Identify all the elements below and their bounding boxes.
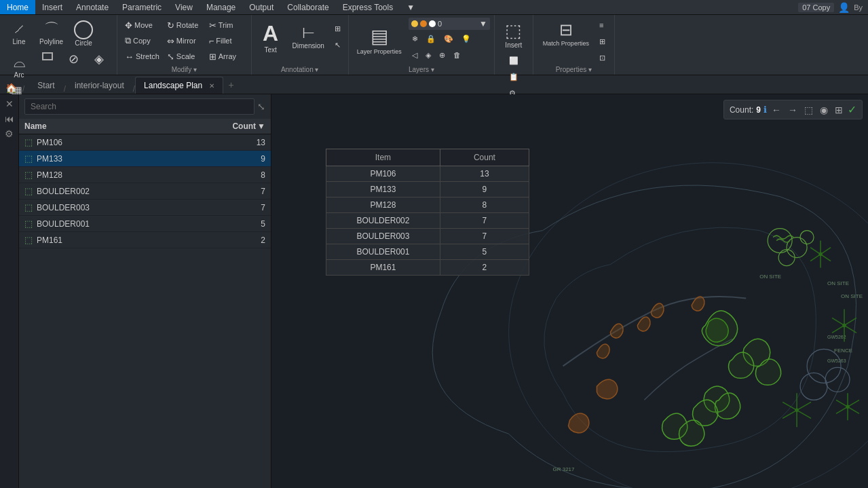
menu-manage[interactable]: Manage (200, 0, 242, 14)
canvas-area[interactable]: ON SITE ON SITE ON SITE FENCE GW5262 GW5… (271, 94, 868, 488)
sidebar-settings-icon[interactable]: ⚙ (5, 128, 14, 139)
tab-close-landscape[interactable]: ✕ (209, 82, 214, 90)
rectangle-icon (42, 52, 53, 60)
list-item[interactable]: ⬚ PM106 13 (19, 134, 271, 151)
menu-home[interactable]: Home (0, 0, 35, 14)
ribbon-btn-mirror[interactable]: ⇔ Mirror (164, 33, 205, 48)
ribbon-btn-rectangle[interactable] (35, 51, 60, 62)
ribbon-btn-polyline[interactable]: ⌒ Polyline (35, 18, 67, 48)
scale-icon: ⤡ (167, 52, 174, 62)
ribbon-btn-circle[interactable]: Circle (69, 18, 98, 50)
list-item-name: PM106 (37, 138, 225, 147)
svg-point-40 (846, 405, 849, 408)
menu-insert[interactable]: Insert (35, 0, 69, 14)
table-cell-count: 8 (440, 198, 529, 213)
ribbon-btn-array[interactable]: ⊞ Array (206, 49, 247, 64)
menu-express-tools[interactable]: Express Tools (336, 0, 400, 14)
ribbon-btn-match-properties[interactable]: ⊟ Match Properties (539, 18, 593, 50)
table-cell-item: BOULDER001 (326, 244, 440, 260)
count-prev-btn[interactable]: ← (770, 104, 783, 116)
ribbon-btn-define-attr[interactable]: 📋 (506, 69, 522, 84)
ribbon-btn-stretch[interactable]: ↔ Stretch (121, 49, 163, 64)
command-box[interactable]: 07 Copy (798, 3, 834, 12)
list-item[interactable]: ⬚ BOULDER003 7 (19, 200, 271, 216)
list-header-count[interactable]: Count ▼ (225, 121, 265, 131)
lightbulb-icon: 💡 (461, 35, 471, 43)
ribbon-btn-layer-off[interactable]: 💡 (458, 31, 474, 46)
ribbon-btn-insert[interactable]: ⬚ Insert (499, 18, 529, 52)
sidebar-close-icon[interactable]: ✕ (5, 98, 14, 109)
rotate-icon: ↻ (167, 20, 174, 31)
expand-icon[interactable]: ⤡ (257, 101, 265, 112)
svg-text:ON SITE: ON SITE (827, 280, 849, 286)
tab-start[interactable]: Start (29, 77, 63, 94)
menu-annotate[interactable]: Annotate (69, 0, 115, 14)
ribbon-btn-leader[interactable]: ↖ (331, 38, 344, 53)
menu-view[interactable]: View (168, 0, 200, 14)
count-label: Count: (730, 105, 753, 115)
search-input[interactable] (24, 98, 254, 115)
copy-icon: ⧉ (125, 35, 131, 46)
ribbon-btn-layer-prev[interactable]: ◁ (409, 48, 421, 62)
list-item-count: 2 (225, 236, 265, 245)
ribbon-btn-dimension[interactable]: ⊢ Dimension (288, 22, 328, 52)
tab-landscape-plan[interactable]: Landscape Plan ✕ (135, 77, 223, 94)
block-icon: ⬚ (24, 137, 33, 147)
sidebar-body: ✕ ⏮ ⚙ ⤡ Name Count ▼ ⬚ P (0, 94, 271, 488)
ribbon-btn-prop-grid[interactable]: ⊞ (596, 34, 609, 49)
ribbon-btn-fillet[interactable]: ⌐ Fillet (206, 33, 247, 48)
list-item[interactable]: ⬚ PM161 2 (19, 232, 271, 248)
table-row: PM106 13 (326, 166, 529, 182)
count-grid-btn[interactable]: ⊞ (833, 104, 845, 116)
ribbon-btn-table[interactable]: ⊞ (331, 22, 344, 37)
list-item[interactable]: ⬚ BOULDER001 5 (19, 216, 271, 232)
layer-selector[interactable]: 0 ▼ (409, 18, 490, 30)
layer-color-yellow (411, 20, 418, 27)
sidebar-back-icon[interactable]: ⏮ (5, 113, 14, 124)
count-check-btn[interactable]: ✓ (848, 103, 856, 116)
ribbon-btn-copy[interactable]: ⧉ Copy (121, 33, 163, 48)
menu-parametric[interactable]: Parametric (115, 0, 168, 14)
list-item[interactable]: ⬚ PM133 9 (19, 151, 271, 167)
ribbon-btn-scale[interactable]: ⤡ Scale (164, 49, 205, 64)
table-header-count: Count (440, 149, 529, 166)
list-item-name: BOULDER002 (37, 187, 225, 196)
ribbon-btn-layer-isolate[interactable]: ◈ (422, 48, 434, 62)
annotation-label: Annotation ▾ (281, 66, 319, 75)
list-item[interactable]: ⬚ BOULDER002 7 (19, 183, 271, 200)
ribbon-btn-line[interactable]: ⟋ Line (4, 18, 34, 48)
table-row: BOULDER003 7 (326, 229, 529, 244)
menu-collaborate[interactable]: Collaborate (280, 0, 335, 14)
count-next-btn[interactable]: → (786, 104, 799, 116)
sidebar-icons: ✕ ⏮ ⚙ (0, 94, 19, 488)
ribbon-btn-hatch[interactable]: ⊘ (61, 51, 86, 69)
prop-grid-icon: ⊞ (599, 37, 605, 46)
ribbon-btn-layer-merge[interactable]: ⊕ (436, 48, 449, 62)
tab-interior-layout[interactable]: interior-layout (66, 77, 133, 94)
ribbon-btn-create-block[interactable]: ⬜ (506, 53, 522, 68)
ribbon-btn-layer-delete[interactable]: 🗑 (450, 48, 464, 62)
move-icon: ✥ (125, 20, 132, 31)
ribbon-btn-region[interactable]: ◈ (87, 51, 111, 69)
menu-extra[interactable]: ▼ (400, 0, 421, 14)
ribbon-btn-prop-list[interactable]: ≡ (596, 18, 609, 33)
table-icon: ⊞ (335, 24, 341, 33)
count-select-btn[interactable]: ⬚ (802, 104, 815, 116)
ribbon-btn-trim[interactable]: ✂ Trim (206, 18, 247, 33)
layers-label: Layers ▾ (409, 66, 434, 75)
ribbon-btn-prop-extra[interactable]: ⊡ (596, 50, 609, 65)
ribbon-btn-rotate[interactable]: ↻ Rotate (164, 18, 205, 33)
count-view-btn[interactable]: ◉ (818, 104, 830, 116)
ribbon-btn-layer-properties[interactable]: ▤ Layer Properties (353, 18, 406, 62)
ribbon-btn-layer-color[interactable]: 🎨 (440, 31, 457, 46)
list-item[interactable]: ⬚ PM128 8 (19, 167, 271, 183)
count-info-icon[interactable]: ℹ (763, 105, 767, 115)
ribbon-btn-move[interactable]: ✥ Move (121, 18, 163, 33)
tab-add-button[interactable]: + (223, 76, 240, 94)
menu-output[interactable]: Output (242, 0, 280, 14)
ribbon-btn-layer-lock[interactable]: 🔒 (423, 31, 439, 46)
table-row: BOULDER002 7 (326, 213, 529, 229)
search-row: ⤡ (19, 94, 271, 119)
ribbon-btn-layer-freeze[interactable]: ❄ (409, 31, 421, 46)
ribbon-btn-text[interactable]: A Text (256, 18, 286, 56)
